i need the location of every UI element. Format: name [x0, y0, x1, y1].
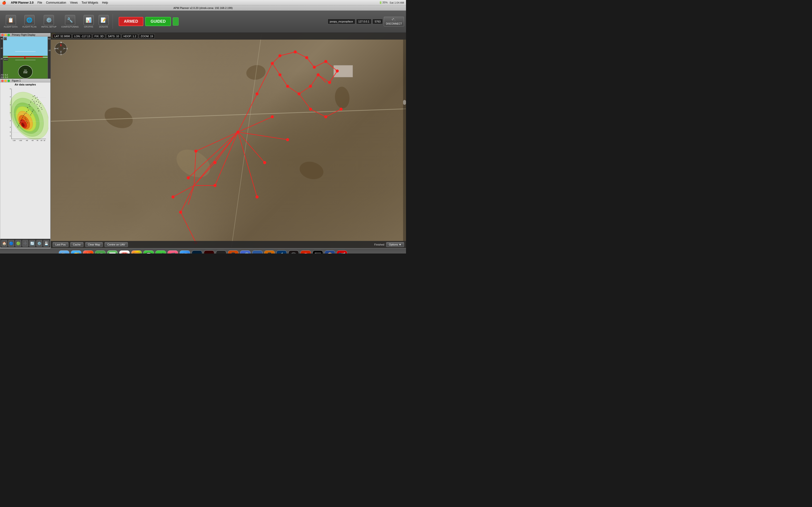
- toolbar-flight-data[interactable]: 📋 FLIGHT DATA: [2, 14, 19, 29]
- zoom-btn[interactable]: ➕: [22, 240, 28, 247]
- green-indicator[interactable]: [173, 17, 179, 25]
- pitch-line-10: [15, 51, 35, 52]
- flight-plan-icon: 🌐: [24, 15, 35, 25]
- toolbar-graphs[interactable]: 📊 GRAPHS: [82, 14, 96, 29]
- cache-button[interactable]: Cache: [70, 242, 83, 247]
- menu-views[interactable]: Views: [70, 1, 78, 4]
- svg-point-123: [213, 161, 216, 164]
- dock-terminal[interactable]: ⬛: [312, 250, 323, 254]
- menu-tool-widgets[interactable]: Tool Widgets: [82, 1, 98, 4]
- svg-line-78: [314, 62, 326, 67]
- armed-button[interactable]: ARMED: [119, 17, 144, 26]
- svg-point-54: [33, 110, 34, 111]
- center-marker: [24, 56, 26, 59]
- figure-title-bar: Figure 1: [0, 79, 50, 82]
- ip-field: 127.0.0.1: [356, 19, 372, 24]
- dock-facetime[interactable]: 📹: [155, 250, 166, 254]
- pfd-maximize-button[interactable]: [7, 34, 10, 36]
- svg-point-119: [271, 115, 274, 118]
- save-btn[interactable]: 💾: [43, 240, 49, 247]
- back-btn[interactable]: 🔵: [8, 240, 14, 247]
- chart-area: Air data samples: [0, 82, 50, 248]
- svg-point-113: [194, 150, 197, 153]
- figure-minimize-button[interactable]: [4, 80, 7, 82]
- map-scrollbar-thumb[interactable]: [403, 100, 406, 105]
- centre-uav-button[interactable]: Centre on UAV: [105, 242, 128, 247]
- svg-point-31: [31, 102, 31, 103]
- last-pos-button[interactable]: Last Pos: [53, 242, 68, 247]
- svg-point-15: [35, 98, 36, 99]
- dock-bar: 🔍 🧭 🚀 🗺️ 📊 📅 🖼️ 💬 📹 🎵 🗺️ Ps Ai ◼ 📱 🔗 W 📱…: [0, 248, 406, 253]
- svg-point-32: [29, 104, 30, 105]
- toolbar-initial-setup[interactable]: ⚙️ INITIAL SETUP: [39, 14, 58, 29]
- map-options-button[interactable]: Options ▼: [386, 242, 404, 247]
- figure-close-button[interactable]: [1, 80, 4, 82]
- dock-maps2[interactable]: 🗺️: [180, 250, 190, 254]
- app-name: APM Planner 2.0: [11, 1, 34, 4]
- pfd-title-text: Primary Flight Display: [12, 34, 35, 36]
- svg-line-86: [238, 132, 288, 140]
- sky-indicator: [3, 37, 48, 58]
- flight-data-label: FLIGHT DATA: [4, 25, 18, 28]
- svg-point-116: [255, 195, 259, 199]
- menu-file[interactable]: File: [38, 1, 42, 4]
- pfd-close-button[interactable]: [1, 34, 4, 36]
- dock-word[interactable]: W: [252, 250, 263, 254]
- compass-rose: SW 212: [18, 65, 33, 78]
- dock-photos[interactable]: 🖼️: [131, 250, 142, 254]
- svg-text:−60: −60: [10, 120, 11, 121]
- toolbar-flight-plan[interactable]: 🌐 FLIGHT PLAN: [20, 14, 39, 29]
- dock-app2[interactable]: 🔗: [240, 250, 251, 254]
- clear-map-button[interactable]: Clear Map: [85, 242, 103, 247]
- dock-maps[interactable]: 🗺️: [95, 250, 106, 254]
- svg-point-33: [30, 106, 30, 107]
- svg-point-103: [328, 81, 331, 84]
- dock-apm[interactable]: ✈️: [337, 250, 347, 254]
- dock-illustrator[interactable]: Ai: [204, 250, 214, 254]
- dock-calendar[interactable]: 📅: [119, 250, 130, 254]
- svg-point-96: [271, 62, 274, 65]
- dock-app1[interactable]: 📱: [228, 250, 239, 254]
- svg-point-41: [21, 119, 22, 119]
- dock-numbers[interactable]: 📊: [107, 250, 118, 254]
- svg-point-117: [213, 184, 216, 187]
- menu-help[interactable]: Help: [102, 1, 108, 4]
- disconnect-button[interactable]: 🔌 DISCONNECT: [384, 17, 404, 26]
- pan-btn[interactable]: 🔄: [29, 240, 35, 247]
- dock-music[interactable]: 🎵: [167, 250, 178, 254]
- svg-point-48: [26, 119, 27, 120]
- svg-point-112: [236, 131, 240, 134]
- settings-btn[interactable]: ⚙️: [36, 240, 42, 247]
- dock-app3[interactable]: 📱: [264, 250, 275, 254]
- dock-finder[interactable]: 🔍: [59, 250, 69, 254]
- dock-app5[interactable]: 📦: [324, 250, 335, 254]
- dock-unity[interactable]: ◼: [216, 250, 226, 254]
- dock-app4[interactable]: 🎯: [300, 250, 311, 254]
- hdop-field: HDOP: 1.2: [122, 34, 138, 38]
- dock-microscope[interactable]: 🔬: [276, 250, 287, 254]
- svg-text:W: W: [54, 48, 56, 50]
- toolbar-donate[interactable]: 📝 DONATE: [97, 14, 111, 29]
- svg-text:0: 0: [10, 96, 11, 98]
- toolbar-config-tuning[interactable]: 🔧 CONFIG/TUNING: [59, 14, 81, 29]
- svg-line-83: [318, 75, 326, 82]
- map-scrollbar[interactable]: [403, 40, 406, 241]
- figure-maximize-button[interactable]: [7, 80, 10, 82]
- pfd-minimize-button[interactable]: [4, 34, 7, 36]
- svg-text:−80: −80: [26, 140, 28, 141]
- svg-point-105: [309, 85, 312, 88]
- svg-point-99: [305, 56, 308, 59]
- forward-btn[interactable]: 🟢: [15, 240, 21, 247]
- guided-button[interactable]: GUIDED: [145, 17, 171, 26]
- dock-photoshop[interactable]: Ps: [192, 250, 202, 254]
- dock-safari[interactable]: 🧭: [71, 250, 82, 254]
- dock-messages[interactable]: 💬: [143, 250, 154, 254]
- dock-spotify[interactable]: 🎧: [288, 250, 299, 254]
- menu-communication[interactable]: Communication: [46, 1, 66, 4]
- home-btn[interactable]: 🏠: [1, 240, 7, 247]
- pfd-title-bar: Primary Flight Display: [0, 33, 51, 37]
- svg-point-22: [37, 104, 38, 105]
- svg-text:N: N: [60, 41, 62, 44]
- dock-launchpad[interactable]: 🚀: [83, 250, 94, 254]
- map-area[interactable]: LAT: 32.9898 LON: -117.13 FIX: 3D SATS: …: [51, 33, 406, 248]
